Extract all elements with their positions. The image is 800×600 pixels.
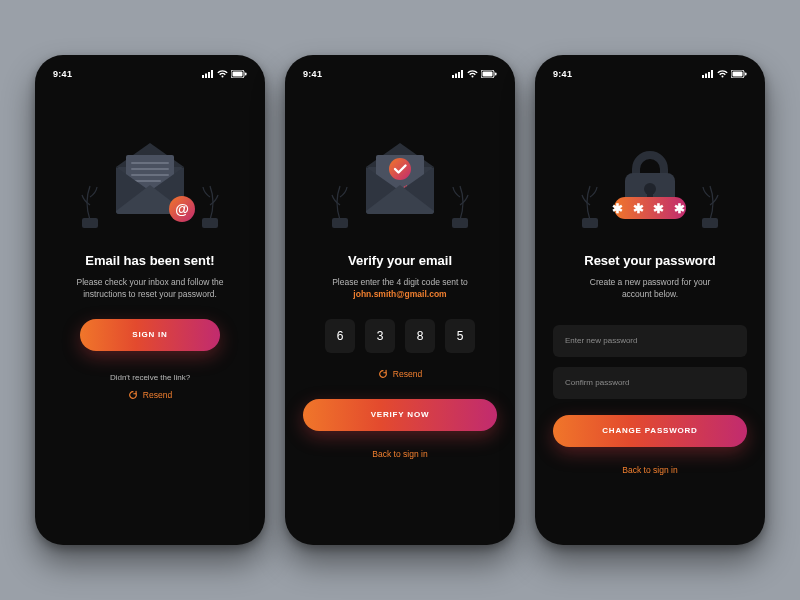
back-to-sign-in-link[interactable]: Back to sign in [553, 465, 747, 475]
svg-rect-38 [702, 218, 718, 228]
svg-text:✱ ✱ ✱ ✱: ✱ ✱ ✱ ✱ [612, 201, 688, 216]
svg-text:@: @ [175, 201, 189, 217]
svg-rect-32 [708, 72, 710, 78]
svg-rect-25 [452, 218, 468, 228]
status-icons [452, 70, 497, 78]
refresh-icon [378, 369, 388, 379]
status-bar: 9:41 [53, 69, 247, 79]
svg-rect-0 [202, 75, 204, 78]
resend-link[interactable]: Resend [53, 390, 247, 400]
refresh-icon [128, 390, 138, 400]
otp-digit-3[interactable]: 8 [405, 319, 435, 353]
svg-rect-2 [208, 72, 210, 78]
wifi-icon [467, 70, 478, 78]
status-time: 9:41 [53, 69, 72, 79]
signal-icon [452, 70, 464, 78]
screen-verify-email: 9:41 ✱ ✱ ✱ ✱ [285, 55, 515, 545]
svg-rect-8 [202, 218, 218, 228]
svg-rect-30 [702, 75, 704, 78]
svg-rect-37 [582, 218, 598, 228]
battery-icon [481, 70, 497, 78]
svg-rect-35 [733, 72, 743, 77]
change-password-button[interactable]: CHANGE PASSWORD [553, 415, 747, 447]
svg-rect-22 [483, 72, 493, 77]
screen-email-sent: 9:41 [35, 55, 265, 545]
status-icons [702, 70, 747, 78]
page-title: Reset your password [553, 253, 747, 268]
svg-rect-31 [705, 74, 707, 79]
page-description: Please enter the 4 digit code sent to jo… [303, 276, 497, 301]
page-title: Verify your email [303, 253, 497, 268]
wifi-icon [717, 70, 728, 78]
status-bar: 9:41 [303, 69, 497, 79]
svg-rect-20 [461, 70, 463, 78]
resend-link[interactable]: Resend [303, 369, 497, 379]
resend-hint: Didn't receive the link? [53, 373, 247, 382]
battery-icon [731, 70, 747, 78]
sign-in-button[interactable]: SIGN IN [80, 319, 220, 351]
hero-envelope-check: ✱ ✱ ✱ ✱ [303, 125, 497, 235]
status-bar: 9:41 [553, 69, 747, 79]
svg-rect-33 [711, 70, 713, 78]
hero-envelope-at: @ [53, 125, 247, 235]
wifi-icon [217, 70, 228, 78]
svg-rect-18 [455, 74, 457, 79]
battery-icon [231, 70, 247, 78]
sent-to-email: john.smith@gmail.com [353, 289, 446, 299]
otp-digit-1[interactable]: 6 [325, 319, 355, 353]
hero-padlock: ✱ ✱ ✱ ✱ [553, 125, 747, 235]
status-icons [202, 70, 247, 78]
confirm-password-field[interactable]: Confirm password [553, 367, 747, 399]
verify-now-button[interactable]: VERIFY NOW [303, 399, 497, 431]
svg-rect-23 [495, 73, 497, 76]
page-description: Please check your inbox and follow the i… [53, 276, 247, 301]
otp-inputs: 6 3 8 5 [303, 319, 497, 353]
signal-icon [202, 70, 214, 78]
new-password-field[interactable]: Enter new password [553, 325, 747, 357]
status-time: 9:41 [303, 69, 322, 79]
svg-rect-24 [332, 218, 348, 228]
svg-point-28 [389, 158, 411, 180]
svg-rect-1 [205, 74, 207, 79]
page-description: Create a new password for your account b… [553, 276, 747, 301]
back-to-sign-in-link[interactable]: Back to sign in [303, 449, 497, 459]
svg-rect-7 [82, 218, 98, 228]
svg-rect-36 [745, 73, 747, 76]
svg-rect-5 [233, 72, 243, 77]
otp-digit-2[interactable]: 3 [365, 319, 395, 353]
svg-rect-6 [245, 73, 247, 76]
svg-rect-3 [211, 70, 213, 78]
at-badge-icon: @ [169, 196, 195, 222]
otp-digit-4[interactable]: 5 [445, 319, 475, 353]
screen-reset-password: 9:41 ✱ ✱ ✱ ✱ Reset your password [535, 55, 765, 545]
svg-rect-17 [452, 75, 454, 78]
page-title: Email has been sent! [53, 253, 247, 268]
svg-rect-19 [458, 72, 460, 78]
signal-icon [702, 70, 714, 78]
status-time: 9:41 [553, 69, 572, 79]
